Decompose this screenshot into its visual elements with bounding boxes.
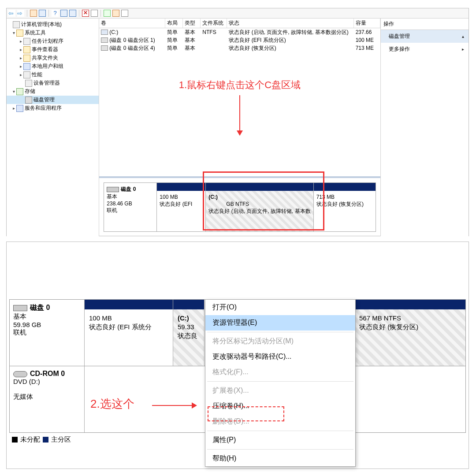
partition-c[interactable]: (C:)59.33状态良	[173, 300, 205, 366]
partition-efi[interactable]: 100 MB状态良好 (EFI	[157, 183, 206, 231]
nav-tree: 计算机管理(本地) ▾系统工具 ▸任务计划程序 ▸事件查看器 ▸共享文件夹 ▸本…	[7, 19, 99, 236]
annotation-box	[208, 406, 284, 421]
menu-explorer[interactable]: 资源管理器(E)	[205, 315, 355, 331]
toolbar-icon[interactable]	[91, 10, 98, 17]
toolbar-icon[interactable]	[112, 10, 119, 17]
tree-diskmgmt[interactable]: 磁盘管理	[7, 96, 99, 104]
context-menu: 打开(O) 资源管理器(E) 将分区标记为活动分区(M) 更改驱动器号和路径(C…	[205, 299, 356, 467]
annotation-box	[203, 171, 324, 231]
cdrom-icon	[13, 371, 27, 377]
volumes-header: 卷 布局 类型 文件系统 状态 容量	[99, 19, 380, 28]
legend-swatch-primary	[43, 437, 48, 443]
annotation-1: 1.鼠标右键点击这个C盘区域	[99, 78, 380, 92]
disk-icon	[25, 97, 32, 104]
arrow-down-icon	[239, 95, 240, 135]
menu-format: 格式化(F)...	[205, 364, 355, 380]
col-fs[interactable]: 文件系统	[201, 19, 227, 28]
forward-icon[interactable]: ⇨	[17, 10, 24, 17]
cdrom-info[interactable]: CD-ROM 0 DVD (D:) 无媒体	[10, 366, 85, 432]
volume-icon	[101, 45, 108, 51]
event-icon	[23, 46, 30, 53]
menu-help[interactable]: 帮助(H)	[205, 451, 355, 466]
menu-change-letter[interactable]: 更改驱动器号和路径(C)...	[205, 349, 355, 364]
services-icon	[16, 105, 23, 112]
menu-mark-active: 将分区标记为活动分区(M)	[205, 334, 355, 349]
disk-mgmt-zoom: 磁盘 0 基本 59.98 GB 联机 100 MB状态良好 (EFI 系统分 …	[6, 242, 469, 469]
toolbar-icon[interactable]	[30, 10, 37, 17]
help-icon[interactable]: ?	[52, 10, 59, 17]
volume-row[interactable]: (磁盘 0 磁盘分区 1) 简单基本 状态良好 (EFI 系统分区)100 ME	[99, 36, 380, 44]
tree-users[interactable]: ▸本地用户和组	[7, 62, 99, 71]
device-icon	[25, 80, 32, 87]
actions-more[interactable]: 更多操作▸	[381, 43, 469, 56]
actions-pane: 操作 磁盘管理▴ 更多操作▸	[381, 19, 469, 236]
col-layout[interactable]: 布局	[165, 19, 183, 28]
col-name[interactable]: 卷	[99, 19, 165, 28]
disk-info[interactable]: 磁盘 0 基本 238.46 GB 联机	[104, 183, 157, 231]
tree-perf[interactable]: ▸性能	[7, 71, 99, 79]
tree-root[interactable]: 计算机管理(本地)	[7, 20, 99, 29]
clock-icon	[23, 38, 30, 45]
partition-efi[interactable]: 100 MB状态良好 (EFI 系统分	[85, 300, 173, 366]
perf-icon	[23, 71, 30, 78]
back-icon[interactable]: ⇦	[8, 10, 15, 17]
toolbar-icon[interactable]	[121, 10, 128, 17]
legend-swatch-unallocated	[12, 437, 18, 443]
disk-icon	[13, 305, 27, 311]
arrow-right-icon	[152, 405, 196, 406]
tree-event[interactable]: ▸事件查看器	[7, 45, 99, 54]
menu-open[interactable]: 打开(O)	[205, 300, 355, 315]
tools-icon	[16, 30, 23, 37]
col-status[interactable]: 状态	[227, 19, 353, 28]
users-icon	[23, 63, 30, 70]
folder-icon	[23, 55, 30, 62]
disk-icon	[107, 187, 119, 192]
tree-services[interactable]: ▸服务和应用程序	[7, 104, 99, 112]
disk-info[interactable]: 磁盘 0 基本 59.98 GB 联机	[10, 300, 85, 366]
col-type[interactable]: 类型	[183, 19, 201, 28]
tree-shared[interactable]: ▸共享文件夹	[7, 54, 99, 62]
col-capacity[interactable]: 容量	[354, 19, 380, 28]
volume-icon	[101, 30, 108, 35]
actions-title: 操作	[381, 19, 469, 30]
toolbar-icon[interactable]	[69, 10, 76, 17]
volume-icon	[101, 37, 108, 43]
toolbar: ⇦ ⇨ ? ✕	[7, 8, 469, 19]
actions-diskmgmt[interactable]: 磁盘管理▴	[381, 30, 469, 43]
volume-row[interactable]: (磁盘 0 磁盘分区 4) 简单基本 状态良好 (恢复分区)713 ME	[99, 44, 380, 52]
toolbar-icon[interactable]	[60, 10, 67, 17]
toolbar-icon[interactable]	[39, 10, 46, 17]
tree-task[interactable]: ▸任务计划程序	[7, 37, 99, 45]
disk-mgmt-window: ⇦ ⇨ ? ✕ 计算机管理(本地) ▾系统工具 ▸任务计划程序 ▸事件查看器 ▸…	[6, 8, 469, 236]
volume-row[interactable]: (C:) 简单基本 NTFS状态良好 (启动, 页面文件, 故障转储, 基本数据…	[99, 28, 380, 36]
storage-icon	[16, 88, 23, 95]
annotation-2: 2.选这个	[90, 396, 134, 412]
toolbar-icon[interactable]	[104, 10, 111, 17]
delete-icon[interactable]: ✕	[82, 10, 89, 17]
tree-storage[interactable]: ▾存储	[7, 87, 99, 96]
partition-recovery[interactable]: 567 MB NTFS状态良好 (恢复分区)	[355, 300, 465, 366]
menu-extend: 扩展卷(X)...	[205, 383, 355, 398]
computer-icon	[13, 21, 20, 28]
menu-properties[interactable]: 属性(P)	[205, 432, 355, 448]
tree-systools[interactable]: ▾系统工具	[7, 29, 99, 37]
tree-devmgr[interactable]: 设备管理器	[7, 79, 99, 87]
